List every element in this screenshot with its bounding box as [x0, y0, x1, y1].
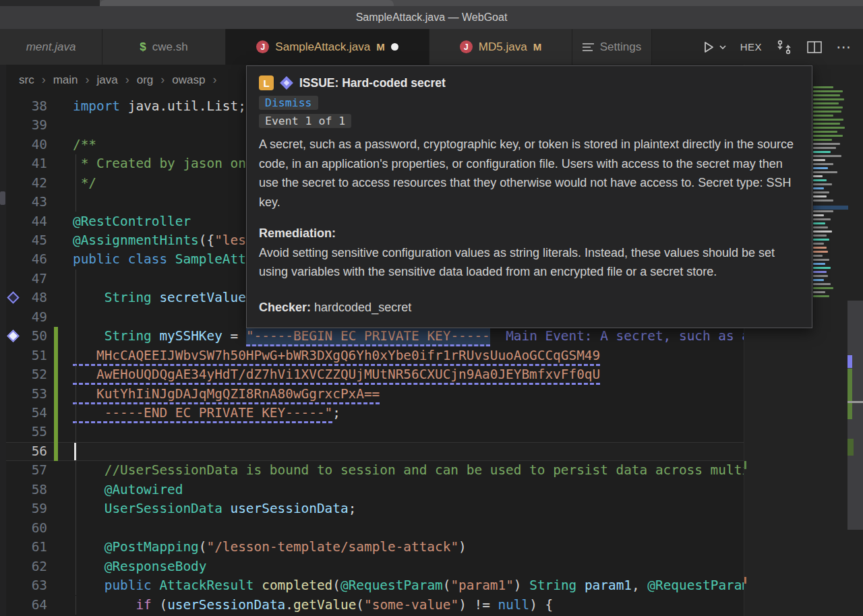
line-number: 55 [0, 423, 47, 441]
line-number: 43 [0, 193, 47, 212]
code-line-50[interactable]: 50 String mySSHKey = "-----BEGIN EC PRIV… [0, 327, 744, 346]
code-line-52[interactable]: 52 AwEHoUQDQgAE34yHdT/dZ7hVi1XVCZZQUjMUt… [0, 365, 744, 384]
dismiss-link[interactable]: Dismiss [259, 96, 318, 110]
minimap-line [813, 123, 840, 125]
code-text: KutYhIiNJgDAJqMgQZI8RnA80wGgrxcPxA== [73, 385, 380, 404]
code-text: * Created by jason on [73, 154, 246, 173]
low-severity-badge-icon: L [259, 75, 274, 90]
minimap-highlight-band [813, 206, 848, 210]
code-line-57[interactable]: 57 //UserSessionData is bound to session… [0, 461, 744, 480]
minimap-line [813, 159, 825, 161]
more-actions-button[interactable]: ⋯ [836, 44, 851, 51]
code-text: import java.util.List; [73, 97, 246, 116]
minimap-line [813, 86, 833, 88]
vscode-window: SampleAttack.java — WebGoat ment.java$cw… [0, 0, 863, 616]
minimap-line [813, 175, 823, 177]
minimap-line [813, 235, 827, 237]
code-text: @RestController [73, 212, 191, 231]
minimap-line [813, 179, 827, 181]
line-number: 57 [0, 461, 47, 480]
git-modified-bar [54, 385, 58, 404]
minimap-line [813, 131, 837, 133]
minimap-line [813, 90, 843, 92]
minimap-line [813, 183, 832, 185]
code-line-56[interactable]: 56 [0, 442, 744, 461]
line-number: 54 [0, 404, 47, 423]
line-number: 61 [0, 538, 47, 557]
code-line-58[interactable]: 58 @Autowired [0, 481, 744, 499]
minimap-line [813, 106, 843, 109]
line-number: 62 [0, 557, 47, 576]
open-changes-button[interactable] [775, 39, 793, 55]
issue-hover-popup: L ISSUE: Hard-coded secret Dismiss Event… [246, 65, 812, 328]
code-line-55[interactable]: 55 [0, 423, 744, 441]
remediation-heading: Remediation: [259, 224, 800, 243]
minimap[interactable] [813, 65, 849, 616]
clipped-code-tick [744, 461, 746, 469]
minimap-line [813, 102, 839, 104]
line-number: 51 [0, 346, 47, 365]
code-line-54[interactable]: 54 -----END EC PRIVATE KEY-----"; [0, 404, 744, 423]
code-text: @ResponseBody [73, 557, 206, 576]
issue-popup-header: L ISSUE: Hard-coded secret [259, 74, 800, 92]
code-line-59[interactable]: 59 UserSessionData userSessionData; [0, 499, 744, 518]
line-number: 52 [0, 365, 47, 384]
line-number: 38 [0, 97, 47, 116]
minimap-line [813, 230, 832, 233]
code-text: @Autowired [73, 481, 183, 499]
minimap-line [813, 295, 829, 297]
minimap-line [813, 167, 828, 169]
issue-description: A secret, such as a password, cryptograp… [259, 135, 800, 212]
code-line-64[interactable]: 64 if (userSessionData.getValue("some-va… [0, 596, 744, 615]
code-text: public AttackResult completed(@RequestPa… [73, 576, 744, 595]
overview-ruler-mark [847, 401, 863, 403]
minimap-line [813, 271, 827, 273]
text-cursor [74, 443, 76, 460]
indent-guide [76, 270, 76, 288]
minimap-line [813, 115, 833, 117]
code-line-62[interactable]: 62 @ResponseBody [0, 557, 744, 576]
line-number: 50 [0, 327, 47, 346]
code-text: String secretValue [73, 288, 246, 307]
line-number: 41 [0, 154, 47, 173]
code-line-51[interactable]: 51 MHcCAQEEIJWbvSW7h50HPwG+bWR3DXgQ6Yh0x… [0, 346, 744, 365]
code-line-61[interactable]: 61 @PostMapping("/lesson-template/sample… [0, 538, 744, 557]
code-text: //UserSessionData is bound to session an… [73, 461, 744, 480]
line-number: 60 [0, 519, 47, 538]
code-text: public class SampleAtt [73, 250, 246, 269]
current-line-highlight [0, 442, 744, 461]
minimap-line [813, 163, 833, 165]
editor-left-strip [0, 65, 6, 616]
first-detected-clipped: First detected: ... [259, 326, 800, 328]
event-counter: Event 1 of 1 [259, 114, 351, 128]
minimap-line [813, 226, 828, 228]
split-editor-button[interactable] [806, 40, 823, 55]
indent-guide [76, 193, 76, 212]
minimap-line [813, 127, 845, 129]
line-number: 64 [0, 596, 47, 615]
git-modified-bar [54, 346, 58, 365]
dismiss-row: Dismiss [259, 96, 800, 110]
code-line-63[interactable]: 63 public AttackResult completed(@Reques… [0, 576, 744, 595]
minimap-line [813, 119, 843, 121]
inline-issue-annotation: Main Event: A secret, such as a [490, 328, 744, 344]
minimap-line [813, 147, 836, 149]
line-number: 56 [0, 442, 47, 461]
line-number: 49 [0, 308, 47, 327]
minimap-line [813, 218, 831, 220]
line-number: 45 [0, 231, 47, 250]
minimap-line [813, 239, 829, 241]
minimap-line [813, 255, 823, 257]
minimap-line [813, 247, 827, 249]
git-modified-bar [54, 423, 58, 441]
scrollbar[interactable] [847, 65, 863, 616]
code-line-60[interactable]: 60 [0, 519, 744, 538]
minimap-line [813, 259, 829, 261]
minimap-line [813, 199, 833, 202]
minimap-line [813, 291, 825, 293]
code-text: @PostMapping("/lesson-template/sample-at… [73, 538, 467, 557]
code-line-53[interactable]: 53 KutYhIiNJgDAJqMgQZI8RnA80wGgrxcPxA== [0, 385, 744, 404]
code-text: MHcCAQEEIJWbvSW7h50HPwG+bWR3DXgQ6Yh0xYbe… [73, 346, 600, 365]
minimap-line [813, 135, 843, 137]
git-modified-bar [54, 442, 58, 461]
